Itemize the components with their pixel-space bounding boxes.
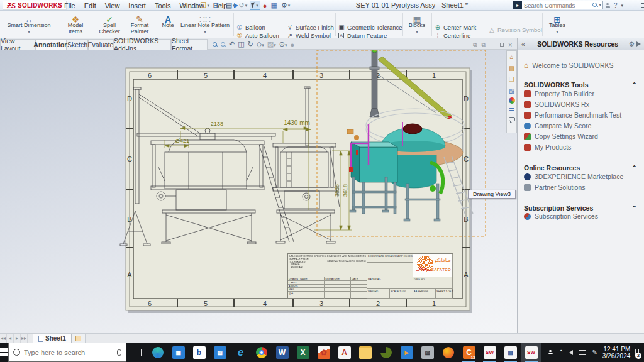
tab-annotation[interactable]: Annotation — [35, 39, 67, 50]
model-items-button[interactable]: ❖ ModelItems — [58, 12, 92, 37]
zoom-to-fit-icon[interactable] — [213, 42, 218, 47]
previous-view-icon[interactable]: ↶ — [229, 40, 235, 48]
app-c13-icon[interactable]: C13 — [458, 343, 479, 362]
doc-minimize-button[interactable]: — — [490, 41, 496, 48]
solidworks-rx-link[interactable]: SOLIDWORKS Rx — [524, 101, 589, 108]
section-online-resources[interactable]: Online Resources⌃ — [524, 162, 637, 172]
forum-tab-icon[interactable] — [509, 117, 515, 121]
login-icon[interactable] — [605, 3, 610, 8]
restore-button[interactable] — [640, 2, 644, 9]
edit-appearance-icon[interactable]: ● — [290, 41, 294, 48]
doc-tile-icon[interactable]: ⧉ — [481, 41, 485, 48]
search-dropdown-icon[interactable]: ▾ — [597, 3, 602, 8]
rebuild-button[interactable]: ● — [262, 1, 269, 10]
rotate-view-icon[interactable]: ↻ — [248, 40, 253, 48]
view-orientation-icon[interactable]: ◇▾ — [257, 40, 264, 48]
custom-properties-tab-icon[interactable]: ☰ — [509, 106, 514, 115]
zoom-to-area-icon[interactable] — [221, 42, 226, 47]
keyboard-tray-icon[interactable] — [579, 350, 586, 355]
section-subscription-services[interactable]: Subscription Services⌃ — [524, 202, 637, 212]
copy-settings-wizard-link[interactable]: Copy Settings Wizard — [524, 133, 598, 140]
pane-pin-icon[interactable] — [636, 41, 641, 47]
undo-button[interactable]: ↺▾ — [238, 1, 249, 10]
solidworks-active-icon[interactable]: SW — [521, 343, 541, 362]
partner-solutions-link[interactable]: Partner Solutions — [524, 184, 586, 191]
hidden-icons-chevron[interactable]: ⌃ — [558, 349, 564, 356]
last-sheet-button[interactable]: ▸▸ — [21, 334, 28, 343]
chrome-icon[interactable] — [251, 343, 272, 362]
view-palette-tab-icon[interactable]: ▨ — [509, 86, 514, 96]
start-button[interactable] — [0, 343, 8, 362]
solidworks-app-icon[interactable]: SW — [479, 343, 500, 362]
spell-checker-button[interactable]: ✓ SpellChecker — [96, 12, 123, 37]
tab-sketch[interactable]: Sketch — [67, 39, 88, 50]
pen-tray-icon[interactable]: ✎ — [592, 349, 597, 356]
edge-icon[interactable] — [147, 343, 168, 362]
center-mark-button[interactable]: ⊕Center Mark — [434, 23, 476, 31]
save-button[interactable]: ⊟▾ — [212, 1, 223, 10]
options-button[interactable]: ⚙▾ — [280, 1, 291, 10]
performance-benchmark-link[interactable]: Performance Benchmark Test — [524, 111, 621, 119]
print-button[interactable]: ▤▾ — [225, 1, 236, 10]
people-tray-icon[interactable] — [548, 350, 553, 355]
menu-tools[interactable]: Tools — [150, 1, 175, 10]
collapse-section-icon[interactable]: ⌃ — [631, 204, 637, 212]
volume-icon[interactable] — [569, 350, 573, 355]
tab-evaluate[interactable]: Evaluate — [88, 39, 113, 50]
format-painter-button[interactable]: ✎ FormatPainter — [125, 12, 155, 37]
revision-symbol-button[interactable]: △Revision Symbol — [488, 26, 542, 34]
surface-finish-button[interactable]: √Surface Finish — [286, 23, 334, 31]
taskbar-search[interactable] — [8, 343, 126, 362]
menu-edit[interactable]: Edit — [80, 1, 101, 10]
pie-app-icon[interactable] — [375, 343, 396, 362]
balloon-button[interactable]: ①Balloon — [236, 23, 265, 31]
action-center-icon[interactable]: 2 — [635, 349, 639, 356]
linear-note-pattern-button[interactable]: ∷∷ Linear Note Pattern▾ — [178, 12, 232, 37]
doc-newwindow-icon[interactable]: ⧉ — [473, 41, 477, 48]
doc-close-button[interactable]: × — [508, 41, 512, 48]
smart-dimension-button[interactable]: ↔ Smart Dimension▾ — [3, 12, 55, 37]
sheet1-tab[interactable]: Sheet1 — [33, 334, 72, 343]
minimize-button[interactable]: — — [627, 2, 636, 9]
collapse-section-icon[interactable]: ⌃ — [631, 164, 637, 172]
tab-solidworks-addins[interactable]: SOLIDWORKS Add-Ins — [113, 39, 171, 50]
open-button[interactable]: ❒▾ — [199, 1, 211, 10]
geometric-tolerance-button[interactable]: ▣Geometric Tolerance — [338, 23, 402, 31]
excel-icon[interactable]: X — [292, 343, 313, 362]
store-icon[interactable]: ▩ — [168, 343, 189, 362]
help-icon[interactable]: ? — [614, 2, 618, 9]
tab-sheet-format[interactable]: Sheet Format — [171, 39, 208, 50]
taskbar-clock[interactable]: 12:41 PM 3/26/2024 — [602, 346, 631, 359]
blocks-button[interactable]: ▦ Blocks▾ — [404, 12, 430, 37]
select-tool-button[interactable]: ▾ — [250, 1, 260, 10]
section-solidworks-tools[interactable]: SOLIDWORKS Tools⌃ — [524, 79, 637, 89]
photos-icon[interactable]: ▨ — [209, 343, 230, 362]
task-view-button[interactable] — [126, 343, 147, 362]
property-tab-builder-link[interactable]: Property Tab Builder — [524, 90, 594, 97]
marketplace-link[interactable]: 3DEXPERIENCE Marketplace — [524, 173, 623, 180]
appearances-tab-icon[interactable] — [509, 97, 515, 104]
tables-button[interactable]: ⊞ Tables▾ — [545, 12, 570, 37]
document-app-icon[interactable]: ▤ — [500, 343, 521, 362]
firefox-icon[interactable] — [438, 343, 458, 362]
tab-view-layout[interactable]: View Layout — [0, 39, 35, 50]
command-search[interactable]: ▸ ▾ — [513, 1, 603, 9]
media-app-icon[interactable]: ▸ — [396, 343, 417, 362]
compare-my-score-link[interactable]: Compare My Score — [524, 122, 591, 129]
add-sheet-tab[interactable] — [72, 334, 86, 343]
taskbar-search-input[interactable] — [24, 349, 113, 356]
help-dropdown-icon[interactable]: ▾ — [621, 3, 624, 8]
menu-view[interactable]: View — [101, 1, 125, 10]
app-b-icon[interactable]: b — [189, 343, 209, 362]
search-commands-input[interactable] — [522, 2, 592, 9]
subscription-services-link[interactable]: Subscription Services — [524, 212, 598, 220]
marker-app-icon[interactable]: ✿ — [313, 343, 334, 362]
file-explorer-tab-icon[interactable]: ❒ — [509, 75, 514, 84]
resources-tab-icon[interactable]: ⌂ — [509, 52, 513, 62]
next-sheet-button[interactable]: ▸ — [14, 334, 21, 343]
internet-explorer-icon[interactable]: e — [230, 343, 251, 362]
printer-app-icon[interactable]: ▧ — [417, 343, 438, 362]
home-button[interactable]: ⌂ — [181, 1, 188, 10]
file-properties-button[interactable]: ▦ — [269, 1, 278, 10]
word-icon[interactable]: W — [272, 343, 292, 362]
